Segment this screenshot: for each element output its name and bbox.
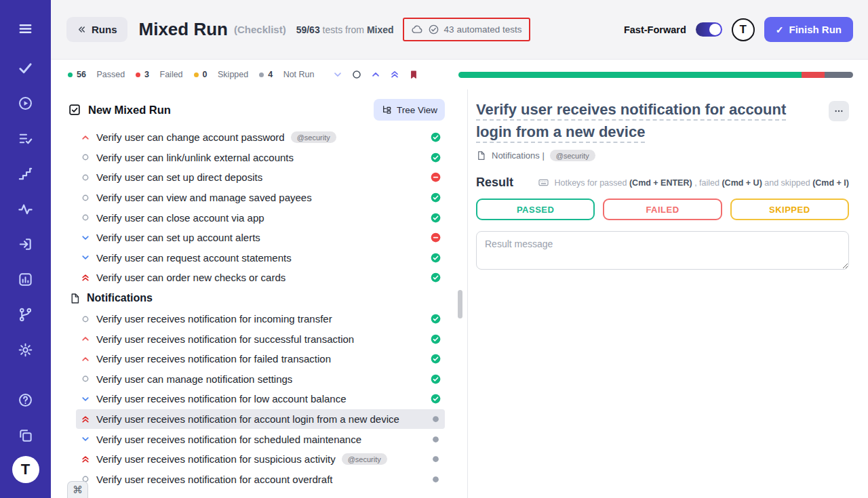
priority-low-icon[interactable] [81,394,90,404]
status-passed-icon[interactable] [431,314,441,324]
tag-pill[interactable]: @security [291,131,336,143]
finish-run-button[interactable]: ✓ Finish Run [764,17,853,42]
priority-normal-icon[interactable] [81,374,90,383]
double-chevron-up-filter-icon[interactable] [389,69,400,80]
play-circle-icon[interactable] [0,85,51,121]
brand-logo[interactable]: T [732,18,755,41]
test-label: Verify user can change account password [96,131,285,143]
status-passed-icon[interactable] [431,192,441,203]
status-passed-icon[interactable] [431,394,441,404]
status-passed-icon[interactable] [431,354,441,364]
test-row[interactable]: Verify user can view and manage saved pa… [76,188,445,208]
test-detail-panel: Verify user receives notification for ac… [468,89,868,498]
test-row[interactable]: Verify user can set up direct deposits [76,167,445,188]
status-passed-icon[interactable] [431,132,441,142]
test-label: Verify user receives notification for su… [96,453,336,465]
test-row[interactable]: Verify user can order new checks or card… [76,268,445,288]
priority-low-icon[interactable] [81,253,90,262]
test-row[interactable]: Verify user can link/unlink external acc… [76,148,445,168]
status-failed-icon[interactable] [431,172,441,182]
test-label: Verify user can request account statemen… [96,252,292,264]
chevron-down-filter-icon[interactable] [332,69,343,80]
check-icon: ✓ [776,24,784,35]
test-row[interactable]: Verify user can request account statemen… [76,248,445,268]
test-title[interactable]: Verify user receives notification for ac… [476,98,819,143]
branch-icon[interactable] [0,297,51,332]
tests-count-mid: tests from [320,24,367,35]
copy-icon[interactable] [0,417,51,453]
test-row[interactable]: Verify user can change account password@… [76,127,445,148]
status-not_run-icon[interactable] [431,434,441,444]
keyboard-shortcuts-button[interactable]: ⌘ [67,481,88,498]
steps-icon[interactable] [0,156,51,191]
test-row[interactable]: Verify user can manage notification sett… [76,369,445,390]
priority-high-icon[interactable] [81,334,90,344]
stat-not-run[interactable]: 4 Not Run [259,70,314,79]
status-failed-icon[interactable] [431,232,441,243]
test-row[interactable]: Verify user receives notification for su… [76,449,445,470]
status-not_run-icon[interactable] [431,454,441,464]
breadcrumb: Notifications | @security [476,150,849,161]
result-message-input[interactable] [476,231,849,270]
status-passed-icon[interactable] [431,253,441,263]
priority-urgent-icon[interactable] [81,455,90,464]
status-passed-icon[interactable] [431,213,441,223]
status-passed-icon[interactable] [431,334,441,344]
scrollbar-thumb[interactable] [458,290,462,318]
status-passed-icon[interactable] [431,272,441,283]
status-not_run-icon[interactable] [431,414,441,424]
priority-low-icon[interactable] [81,434,90,444]
test-row[interactable]: Verify user can close account via app [76,207,445,228]
chart-icon[interactable] [0,262,51,297]
status-passed-icon[interactable] [431,152,441,163]
security-tag[interactable]: @security [550,150,595,161]
test-row[interactable]: Verify user receives notification for lo… [76,389,445,409]
check-icon[interactable] [0,50,51,85]
bookmark-filter-icon[interactable] [408,69,419,80]
priority-normal-icon[interactable] [81,193,90,203]
pulse-icon[interactable] [0,191,51,226]
stat-skipped[interactable]: 0 Skipped [194,70,249,79]
test-row[interactable]: Verify user can set up account alerts [76,228,445,248]
stat-failed[interactable]: 3 Failed [136,70,182,79]
test-row[interactable]: Verify user receives notification for fa… [76,349,445,369]
priority-low-icon[interactable] [81,233,90,243]
app-logo[interactable]: T [12,456,39,483]
priority-normal-icon[interactable] [81,152,90,162]
login-icon[interactable] [0,226,51,262]
test-row[interactable]: Verify user receives notification for sc… [76,429,445,449]
priority-normal-icon[interactable] [81,173,90,182]
test-list: Verify user can change account password@… [51,126,467,498]
tag-pill[interactable]: @security [342,453,387,465]
priority-high-icon[interactable] [81,133,90,142]
priority-normal-icon[interactable] [81,213,90,222]
fast-forward-toggle[interactable] [696,22,722,37]
priority-urgent-icon[interactable] [81,273,90,283]
passed-button[interactable]: PASSED [476,199,595,220]
status-passed-icon[interactable] [431,374,441,384]
skipped-button[interactable]: SKIPPED [730,199,849,220]
priority-urgent-icon[interactable] [81,415,90,424]
result-heading: Result [476,175,513,190]
suite-name[interactable]: Notifications | [492,150,545,161]
stat-passed[interactable]: 56 Passed [68,70,125,79]
priority-high-icon[interactable] [81,354,90,364]
test-row[interactable]: Verify user receives notification for ac… [76,409,445,430]
test-row[interactable]: Verify user receives notification for ac… [76,470,445,490]
chevron-up-filter-icon[interactable] [370,69,381,80]
section-header[interactable]: Notifications [69,288,445,309]
tree-view-label: Tree View [397,105,437,115]
run-list-icon[interactable] [0,121,51,156]
menu-icon[interactable] [0,11,51,46]
circle-filter-icon[interactable] [351,69,362,80]
tree-view-button[interactable]: Tree View [374,99,445,121]
test-row[interactable]: Verify user receives notification for su… [76,329,445,349]
failed-button[interactable]: FAILED [603,199,722,220]
back-to-runs-button[interactable]: Runs [66,17,127,42]
test-row[interactable]: Verify user receives notification for in… [76,309,445,329]
help-icon[interactable] [0,382,51,417]
more-actions-button[interactable] [829,101,849,121]
gear-icon[interactable] [0,332,51,367]
priority-normal-icon[interactable] [81,314,90,324]
status-not_run-icon[interactable] [431,474,441,484]
